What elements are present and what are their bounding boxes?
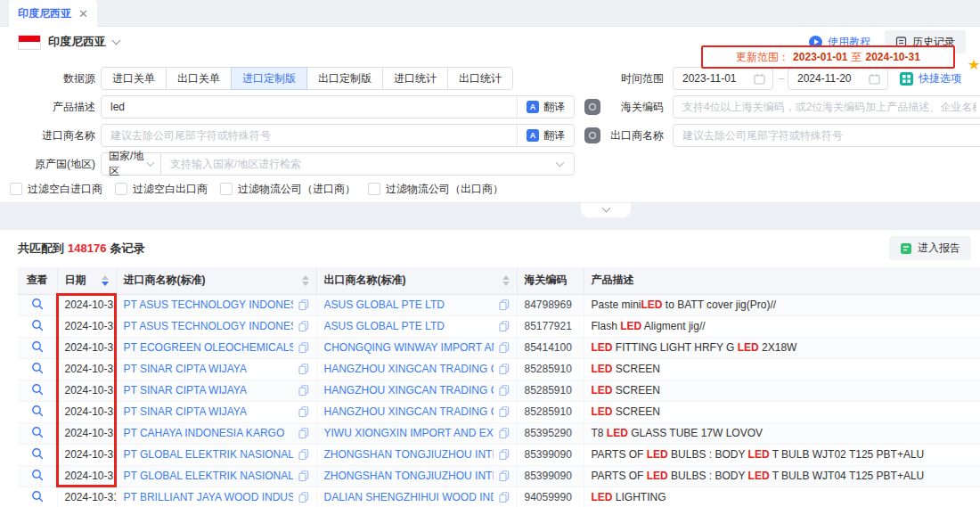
enter-report-button[interactable]: 进入报告	[889, 236, 971, 260]
copy-icon[interactable]	[298, 385, 309, 396]
copy-icon[interactable]	[298, 428, 309, 438]
translate-button[interactable]: A 翻译	[517, 125, 574, 146]
checkbox-icon[interactable]	[115, 183, 127, 195]
importer-input[interactable]	[102, 125, 517, 146]
collapse-panel-handle[interactable]	[581, 203, 631, 217]
hs-code-field[interactable]	[673, 95, 980, 119]
product-desc-input[interactable]	[102, 96, 517, 118]
translate-button[interactable]: A 翻译	[517, 96, 574, 118]
copy-icon[interactable]	[298, 470, 309, 481]
origin-select[interactable]: 国家/地区	[101, 152, 161, 176]
view-magnifier-icon[interactable]	[31, 469, 44, 481]
copy-icon[interactable]	[499, 492, 510, 503]
data-source-tab[interactable]: 进口定制版	[231, 67, 307, 90]
exporter-link[interactable]: ASUS GLOBAL PTE LTD	[324, 320, 445, 332]
quick-options-link[interactable]: 快捷选项	[900, 67, 961, 90]
importer-link[interactable]: PT SINAR CIPTA WIJAYA	[124, 405, 247, 418]
sort-icon[interactable]	[102, 275, 109, 286]
copy-icon[interactable]	[298, 406, 309, 417]
view-detail-button[interactable]	[18, 315, 57, 337]
copy-icon[interactable]	[499, 364, 510, 374]
importer-link[interactable]: PT ASUS TECHNOLOGY INDONESIA BA...	[124, 298, 293, 311]
checkbox-icon[interactable]	[220, 183, 233, 195]
filter-checkbox[interactable]: 过滤物流公司（进口商）	[220, 182, 355, 197]
data-source-tab[interactable]: 进口统计	[382, 67, 448, 90]
copy-icon[interactable]	[499, 406, 510, 417]
view-magnifier-icon[interactable]	[31, 447, 44, 460]
checkbox-icon[interactable]	[10, 183, 22, 195]
sort-icon[interactable]	[302, 275, 309, 286]
view-magnifier-icon[interactable]	[31, 426, 44, 438]
copy-icon[interactable]	[298, 449, 309, 460]
filter-checkbox[interactable]: 过滤物流公司（出口商）	[368, 182, 503, 197]
view-detail-button[interactable]	[18, 487, 57, 507]
copy-icon[interactable]	[298, 364, 309, 374]
importer-link[interactable]: PT CAHAYA INDONESIA KARGO	[124, 427, 285, 439]
copy-icon[interactable]	[499, 428, 510, 438]
date-from-field[interactable]	[673, 67, 773, 90]
view-detail-button[interactable]	[18, 401, 57, 422]
exporter-link[interactable]: ZHONGSHAN TONGJIUZHOU INTERNA...	[324, 470, 494, 482]
importer-link[interactable]: PT GLOBAL ELEKTRIK NASIONAL	[124, 448, 293, 461]
date-from-input[interactable]	[674, 68, 754, 89]
tab-indonesia[interactable]: 印度尼西亚 ✕	[9, 0, 97, 27]
view-magnifier-icon[interactable]	[31, 298, 44, 310]
data-source-tab[interactable]: 出口定制版	[306, 67, 383, 90]
close-icon[interactable]: ✕	[78, 7, 88, 20]
date-to-field[interactable]	[788, 67, 888, 90]
view-magnifier-icon[interactable]	[31, 405, 44, 417]
column-header[interactable]: 出口商名称(标准)	[316, 267, 517, 294]
hs-code-input[interactable]	[674, 96, 980, 118]
copy-icon[interactable]	[298, 299, 309, 310]
view-magnifier-icon[interactable]	[31, 383, 44, 396]
exporter-link[interactable]: ASUS GLOBAL PTE LTD	[324, 298, 445, 311]
view-magnifier-icon[interactable]	[31, 362, 44, 374]
filter-checkbox[interactable]: 过滤空白出口商	[115, 182, 208, 197]
copy-icon[interactable]	[499, 385, 510, 396]
importer-link[interactable]: PT GLOBAL ELEKTRIK NASIONAL	[124, 470, 293, 482]
copy-icon[interactable]	[298, 342, 309, 353]
origin-search-input[interactable]	[161, 153, 557, 175]
importer-link[interactable]: PT BRILLIANT JAYA WOOD INDUSTRY	[124, 491, 293, 503]
exporter-field[interactable]	[673, 124, 980, 147]
importer-link[interactable]: PT SINAR CIPTA WIJAYA	[124, 363, 247, 375]
checkbox-icon[interactable]	[368, 183, 380, 195]
exporter-link[interactable]: DALIAN SHENGZHIHUI WOOD INDUST...	[324, 491, 494, 503]
importer-field[interactable]: A 翻译	[101, 124, 575, 147]
importer-link[interactable]: PT ASUS TECHNOLOGY INDONESIA BA...	[124, 320, 293, 332]
country-selector[interactable]: 印度尼西亚	[18, 31, 119, 53]
copy-icon[interactable]	[298, 492, 309, 503]
date-to-input[interactable]	[788, 68, 869, 89]
exporter-link[interactable]: YIWU XIONGXIN IMPORT AND EXPORT...	[324, 427, 494, 439]
view-detail-button[interactable]	[18, 380, 57, 401]
product-desc-field[interactable]: A 翻译	[101, 95, 575, 119]
exporter-link[interactable]: HANGZHOU XINGCAN TRADING CO LTD	[324, 384, 494, 397]
exporter-link[interactable]: HANGZHOU XINGCAN TRADING CO LTD	[324, 363, 494, 375]
sort-icon[interactable]	[502, 275, 510, 286]
view-detail-button[interactable]	[18, 337, 57, 358]
view-detail-button[interactable]	[18, 465, 57, 487]
origin-search-field[interactable]	[160, 152, 575, 176]
column-header[interactable]: 进口商名称(标准)	[116, 267, 316, 294]
view-magnifier-icon[interactable]	[31, 319, 44, 331]
copy-icon[interactable]	[499, 321, 510, 331]
copy-icon[interactable]	[499, 449, 510, 460]
importer-link[interactable]: PT ECOGREEN OLEOCHEMICALS	[124, 341, 293, 354]
view-magnifier-icon[interactable]	[31, 490, 44, 503]
column-header[interactable]: 日期	[57, 267, 116, 294]
importer-link[interactable]: PT SINAR CIPTA WIJAYA	[124, 384, 247, 397]
exporter-link[interactable]: ZHONGSHAN TONGJIUZHOU INTERNA...	[324, 448, 494, 461]
data-source-tab[interactable]: 出口关单	[166, 67, 232, 90]
view-detail-button[interactable]	[18, 444, 57, 465]
data-source-tab[interactable]: 出口统计	[447, 67, 513, 90]
copy-icon[interactable]	[298, 321, 309, 331]
view-detail-button[interactable]	[18, 294, 57, 315]
exporter-link[interactable]: HANGZHOU XINGCAN TRADING CO LTD	[324, 405, 494, 418]
exporter-link[interactable]: CHONGQING WINWAY IMPORT AND E...	[324, 341, 494, 354]
data-source-tab[interactable]: 进口关单	[101, 67, 167, 90]
copy-icon[interactable]	[499, 342, 510, 353]
copy-icon[interactable]	[499, 470, 510, 481]
view-magnifier-icon[interactable]	[31, 340, 44, 353]
filter-checkbox[interactable]: 过滤空白进口商	[10, 182, 102, 197]
exporter-input[interactable]	[674, 125, 980, 146]
